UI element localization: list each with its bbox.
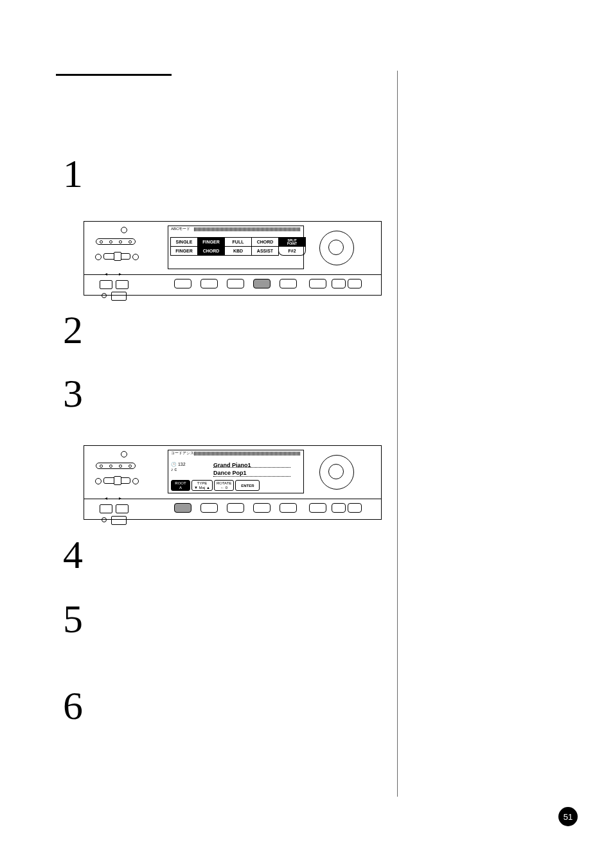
cell-chord: CHORD	[251, 237, 279, 247]
beat-icon: ♪	[171, 467, 173, 472]
right-buttons	[309, 279, 362, 288]
cell-finger-inv: FINGER	[197, 237, 225, 247]
divider-line	[213, 467, 290, 468]
type-box: TYPE ▼ Maj ▲	[191, 480, 213, 491]
manual-page: 1 2 3 4 5 6 ABCモード SINGLE FINGER F	[0, 0, 613, 868]
indicator-pill	[96, 463, 136, 469]
divider-line	[213, 476, 290, 477]
step-number-1: 1	[63, 151, 83, 197]
arrow-right-icon: ▸	[119, 495, 121, 501]
panel-upper: ABCモード SINGLE FINGER FULL CHORD SPLIT PO…	[84, 222, 381, 275]
volume-slider	[92, 475, 142, 483]
cursor-left-button	[100, 280, 112, 289]
exit-led	[102, 517, 107, 522]
f2-button	[200, 279, 218, 288]
tempo-icon: 🕒	[171, 462, 177, 466]
panel-upper: コードアシスト 🕒 132 ♪ c Grand Piano1 Dance Pop…	[84, 446, 381, 499]
f4-button	[253, 503, 271, 513]
section-underline	[56, 74, 172, 76]
lcd-title: ABCモード	[171, 226, 190, 232]
page-number-badge: 51	[558, 807, 578, 826]
step-number-3: 3	[63, 371, 83, 416]
cell-split-point: SPLIT POINT	[278, 237, 306, 247]
step-number-6: 6	[63, 683, 83, 729]
lcd-display-a: ABCモード SINGLE FINGER FULL CHORD SPLIT PO…	[168, 226, 304, 269]
cell-full: FULL	[224, 237, 252, 247]
abc-mode-grid: SINGLE FINGER FULL CHORD SPLIT POINT FIN…	[171, 238, 306, 256]
panel-lower: ◂ ▸	[84, 276, 381, 295]
f4-button-highlighted	[253, 279, 271, 288]
right-buttons	[309, 503, 362, 513]
arrow-left-icon: ◂	[105, 495, 107, 501]
exit-button	[111, 292, 127, 301]
indicator-pill	[96, 238, 136, 245]
f3-button	[227, 503, 244, 513]
function-buttons	[174, 503, 297, 513]
f3-button	[227, 279, 244, 288]
cell-assist: ASSIST	[251, 246, 279, 256]
inc-button-2	[348, 503, 362, 513]
lcd-title-bar	[194, 452, 301, 456]
style-name: Dance Pop1	[213, 470, 247, 476]
cursor-right-button	[116, 504, 129, 513]
f1-button-highlighted	[174, 503, 191, 513]
panel-lower: ◂ ▸	[84, 500, 381, 519]
root-box: ROOT A	[171, 480, 190, 491]
control-panel-figure-1: ABCモード SINGLE FINGER FULL CHORD SPLIT PO…	[84, 221, 382, 296]
f5-button	[280, 279, 297, 288]
exit-led	[102, 293, 107, 298]
step-number-2: 2	[63, 307, 83, 353]
step-number-4: 4	[63, 532, 83, 578]
volume-slider	[92, 251, 142, 259]
cell-single: SINGLE	[170, 237, 198, 247]
arrow-right-icon: ▸	[119, 271, 121, 277]
data-wheel	[319, 231, 354, 265]
inc-button-2	[348, 279, 362, 288]
data-wheel	[319, 455, 354, 490]
dec-button	[309, 503, 326, 513]
f5-button	[280, 503, 297, 513]
function-buttons	[174, 279, 297, 288]
cursor-right-button	[116, 280, 129, 289]
cursor-buttons: ◂ ▸	[100, 278, 141, 293]
column-divider	[397, 71, 398, 797]
tempo-value: 132	[178, 462, 186, 466]
inc-button-1	[332, 503, 346, 513]
cell-kbd: KBD	[224, 246, 252, 256]
inc-button-1	[332, 279, 346, 288]
tempo-block: 🕒 132 ♪ c	[171, 462, 186, 473]
enter-box: ENTER	[235, 480, 260, 491]
lcd-title-bar	[194, 227, 301, 231]
cell-finger2: FINGER	[170, 246, 198, 256]
f2-button	[200, 503, 218, 513]
control-panel-figure-2: コードアシスト 🕒 132 ♪ c Grand Piano1 Dance Pop…	[84, 445, 382, 520]
step-number-5: 5	[63, 596, 83, 642]
function-row: ROOT A TYPE ▼ Maj ▲ ROTATE ← 0 ENTER	[171, 480, 260, 491]
cursor-buttons: ◂ ▸	[100, 502, 141, 517]
lcd-display-b: コードアシスト 🕒 132 ♪ c Grand Piano1 Dance Pop…	[168, 450, 304, 493]
cursor-left-button	[100, 504, 112, 513]
beat-value: c	[174, 467, 177, 472]
f1-button	[174, 279, 191, 288]
rotate-box: ROTATE ← 0	[214, 480, 234, 491]
arrow-left-icon: ◂	[105, 271, 107, 277]
exit-button	[111, 516, 127, 525]
dec-button	[309, 279, 326, 288]
cell-fsharp2: F#2	[278, 246, 306, 256]
cell-chord2-inv: CHORD	[197, 246, 225, 256]
